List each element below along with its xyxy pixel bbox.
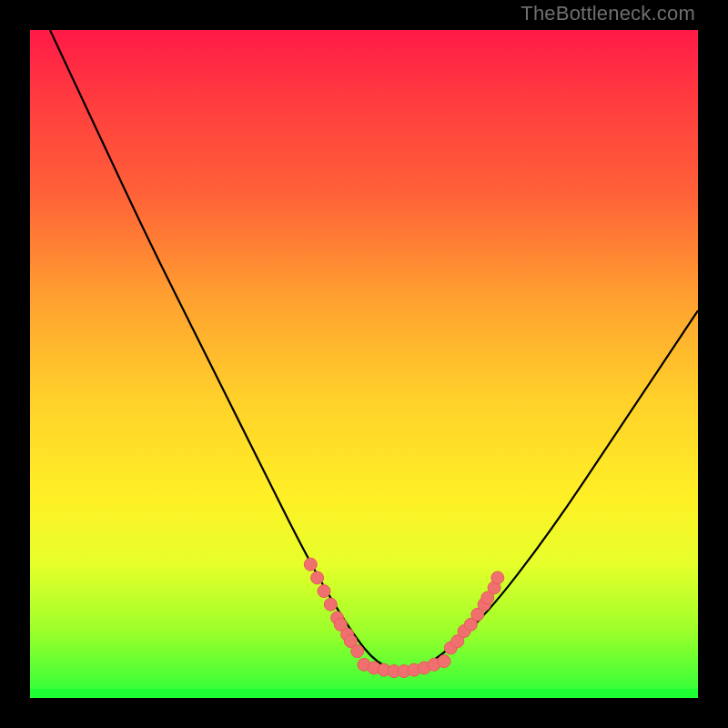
watermark-label: TheBottleneck.com [521, 2, 695, 25]
plot-area [30, 30, 698, 698]
data-dot [318, 585, 330, 598]
dots-cluster-trough [358, 655, 450, 678]
dots-cluster-right [444, 571, 503, 654]
data-dot [304, 558, 317, 571]
data-dot [491, 571, 504, 584]
dots-cluster-left [304, 558, 363, 657]
data-dot [351, 645, 364, 658]
bottleneck-curve [50, 30, 698, 670]
chart-container: TheBottleneck.com [0, 0, 728, 728]
data-dot [324, 598, 337, 611]
data-dot [311, 571, 324, 584]
data-dot [438, 655, 450, 668]
bottleneck-curve-svg [30, 30, 698, 698]
